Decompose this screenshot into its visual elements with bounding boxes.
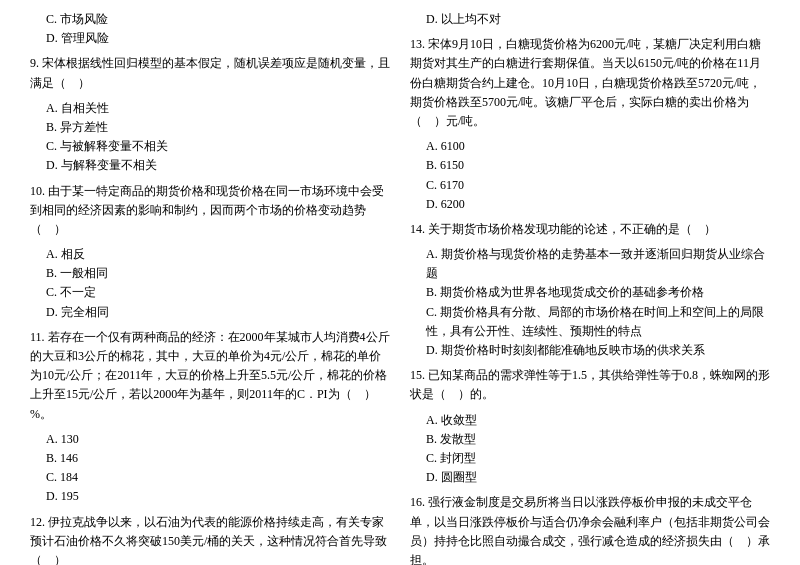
option-item: C. 期货价格具有分散、局部的市场价格在时间上和空间上的局限性，具有公开性、连续… xyxy=(410,303,770,341)
question-text: 10. 由于某一特定商品的期货价格和现货价格在同一市场环境中会受到相同的经济因素… xyxy=(30,184,384,236)
question-block: 10. 由于某一特定商品的期货价格和现货价格在同一市场环境中会受到相同的经济因素… xyxy=(30,182,390,240)
question-block: 16. 强行液金制度是交易所将当日以涨跌停板价申报的未成交平仓单，以当日涨跌停板… xyxy=(410,493,770,565)
question-text: 14. 关于期货市场价格发现功能的论述，不正确的是（ ） xyxy=(410,222,716,236)
question-block: 14. 关于期货市场价格发现功能的论述，不正确的是（ ） xyxy=(410,220,770,239)
option-item: D. 与解释变量不相关 xyxy=(30,156,390,175)
question-text: 16. 强行液金制度是交易所将当日以涨跌停板价申报的未成交平仓单，以当日涨跌停板… xyxy=(410,495,770,565)
question-text: 15. 已知某商品的需求弹性等于1.5，其供给弹性等于0.8，蛛蜘网的形状是（ … xyxy=(410,368,770,401)
option-item: A. 相反 xyxy=(30,245,390,264)
option-item: B. 146 xyxy=(30,449,390,468)
option-item: C. 与被解释变量不相关 xyxy=(30,137,390,156)
question-block: 15. 已知某商品的需求弹性等于1.5，其供给弹性等于0.8，蛛蜘网的形状是（ … xyxy=(410,366,770,404)
option-item: A. 130 xyxy=(30,430,390,449)
option-item: B. 6150 xyxy=(410,156,770,175)
option-item: B. 期货价格成为世界各地现货成交价的基础参考价格 xyxy=(410,283,770,302)
question-block: 11. 若存在一个仅有两种商品的经济：在2000年某城市人均消费4公斤的大豆和3… xyxy=(30,328,390,424)
question-text: 9. 宋体根据线性回归模型的基本假定，随机误差项应是随机变量，且满足（ ） xyxy=(30,56,390,89)
option-item: D. 195 xyxy=(30,487,390,506)
question-block: 9. 宋体根据线性回归模型的基本假定，随机误差项应是随机变量，且满足（ ） xyxy=(30,54,390,92)
option-item: D. 6200 xyxy=(410,195,770,214)
option-item: B. 异方差性 xyxy=(30,118,390,137)
question-block: 13. 宋体9月10日，白糖现货价格为6200元/吨，某糖厂决定利用白糖期货对其… xyxy=(410,35,770,131)
option-item: D. 圆圈型 xyxy=(410,468,770,487)
question-text: 11. 若存在一个仅有两种商品的经济：在2000年某城市人均消费4公斤的大豆和3… xyxy=(30,330,390,421)
question-text: 13. 宋体9月10日，白糖现货价格为6200元/吨，某糖厂决定利用白糖期货对其… xyxy=(410,37,761,128)
option-item: A. 自相关性 xyxy=(30,99,390,118)
page: C. 市场风险D. 管理风险9. 宋体根据线性回归模型的基本假定，随机误差项应是… xyxy=(30,10,770,565)
option-item: A. 期货价格与现货价格的走势基本一致并逐渐回归期货从业综合题 xyxy=(410,245,770,283)
option-item: B. 发散型 xyxy=(410,430,770,449)
content-columns: C. 市场风险D. 管理风险9. 宋体根据线性回归模型的基本假定，随机误差项应是… xyxy=(30,10,770,565)
option-item: C. 封闭型 xyxy=(410,449,770,468)
question-text: 12. 伊拉克战争以来，以石油为代表的能源价格持续走高，有关专家预计石油价格不久… xyxy=(30,515,387,566)
option-item: C. 市场风险 xyxy=(30,10,390,29)
option-item: C. 6170 xyxy=(410,176,770,195)
option-item: D. 期货价格时时刻刻都能准确地反映市场的供求关系 xyxy=(410,341,770,360)
right-column: D. 以上均不对13. 宋体9月10日，白糖现货价格为6200元/吨，某糖厂决定… xyxy=(410,10,770,565)
question-block: 12. 伊拉克战争以来，以石油为代表的能源价格持续走高，有关专家预计石油价格不久… xyxy=(30,513,390,566)
left-column: C. 市场风险D. 管理风险9. 宋体根据线性回归模型的基本假定，随机误差项应是… xyxy=(30,10,390,565)
option-item: D. 完全相同 xyxy=(30,303,390,322)
option-item: A. 6100 xyxy=(410,137,770,156)
option-item: D. 管理风险 xyxy=(30,29,390,48)
option-item: C. 不一定 xyxy=(30,283,390,302)
option-item: C. 184 xyxy=(30,468,390,487)
option-item: B. 一般相同 xyxy=(30,264,390,283)
option-item: D. 以上均不对 xyxy=(410,10,770,29)
option-item: A. 收敛型 xyxy=(410,411,770,430)
